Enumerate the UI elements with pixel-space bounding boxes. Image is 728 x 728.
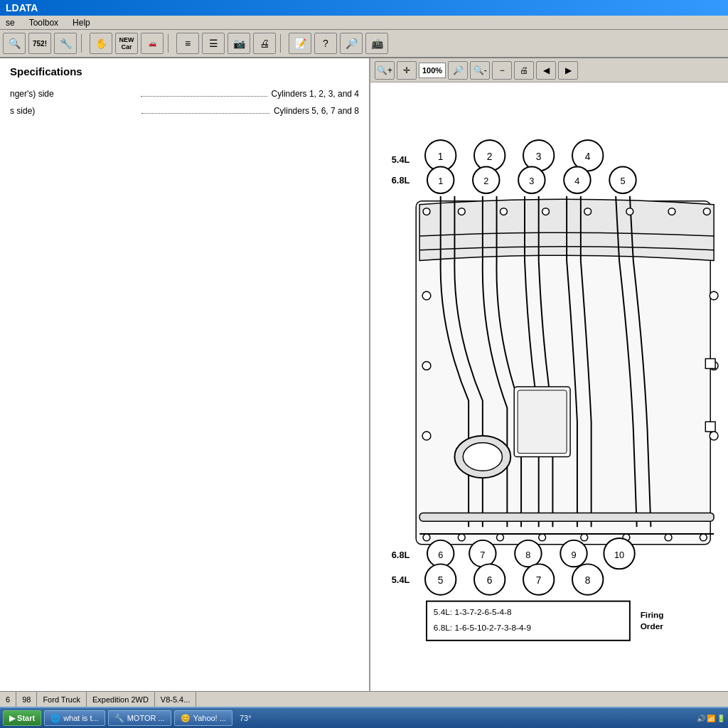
svg-point-39 (700, 534, 707, 541)
svg-text:3: 3 (536, 151, 542, 162)
temperature: 73° (235, 714, 256, 722)
fit-btn[interactable]: 🔎 (448, 61, 468, 80)
taskbar-btn-1[interactable]: 🌐what is t... (44, 710, 105, 726)
svg-point-35 (539, 534, 546, 541)
newcar-btn[interactable]: NEWCar (115, 33, 138, 54)
svg-point-33 (458, 534, 465, 541)
spec-value-1: Cylinders 1, 2, 3, and 4 (272, 89, 359, 99)
note-btn[interactable]: 📝 (289, 33, 311, 54)
svg-text:5.4L: 1-3-7-2-6-5-4-8: 5.4L: 1-3-7-2-6-5-4-8 (434, 607, 512, 617)
right-panel: 🔍+ ✛ 100% 🔎 🔍- − 🖨 ◀ ▶ 5.4L 6.8L 1 2 (370, 58, 728, 691)
svg-text:5: 5 (438, 575, 444, 586)
svg-point-43 (710, 291, 718, 300)
next-diag-btn[interactable]: ▶ (558, 61, 578, 80)
spec-label-1: nger's) side (10, 89, 136, 99)
svg-text:8: 8 (585, 575, 591, 586)
menu-bar: se Toolbox Help (0, 16, 728, 30)
svg-point-28 (584, 208, 592, 215)
status-bar: 6 98 Ford Truck Expedition 2WD V8-5.4... (0, 691, 728, 707)
pan-btn[interactable]: ✛ (397, 61, 417, 80)
separator-1 (81, 34, 85, 53)
separator-3 (280, 34, 284, 53)
zoom-out-wide[interactable]: 🔍- (470, 61, 490, 80)
status-seg-3: Ford Truck (37, 692, 87, 707)
status-seg-5: V8-5.4... (155, 692, 197, 707)
svg-text:8: 8 (525, 550, 530, 560)
svg-text:2: 2 (487, 151, 493, 162)
svg-text:4: 4 (574, 176, 579, 186)
svg-rect-46 (705, 359, 715, 369)
svg-text:1: 1 (438, 176, 443, 186)
menu-se[interactable]: se (3, 17, 18, 28)
svg-point-40 (422, 291, 431, 300)
page-title: Specifications (10, 65, 359, 77)
fax-btn[interactable]: 📠 (365, 33, 388, 54)
carinfo-btn[interactable]: 🔧 (54, 33, 77, 54)
svg-point-25 (458, 208, 465, 215)
svg-text:6: 6 (438, 550, 443, 560)
spec-dots-1 (141, 96, 267, 97)
help-btn[interactable]: ? (314, 33, 337, 54)
zoom-in-btn[interactable]: 🔍+ (375, 61, 395, 80)
svg-point-24 (423, 208, 430, 215)
hand-btn[interactable]: ✋ (90, 33, 112, 54)
diagram-toolbar: 🔍+ ✛ 100% 🔎 🔍- − 🖨 ◀ ▶ (370, 58, 728, 82)
svg-text:5.4L: 5.4L (392, 154, 410, 165)
svg-point-31 (703, 208, 710, 215)
spec-dots-2 (141, 113, 269, 114)
svg-text:6: 6 (487, 575, 493, 586)
svg-text:6.8L: 6.8L (392, 175, 410, 186)
svg-point-34 (497, 534, 504, 541)
svg-rect-49 (518, 390, 567, 454)
svg-text:7: 7 (480, 550, 485, 560)
svg-text:7: 7 (536, 575, 542, 586)
spec-value-2: Cylinders 5, 6, 7 and 8 (274, 106, 359, 116)
svg-text:6.8L: 1-6-5-10-2-7-3-8-4-9: 6.8L: 1-6-5-10-2-7-3-8-4-9 (434, 623, 532, 633)
title-bar: LDATA (0, 0, 728, 16)
search2-btn[interactable]: 🔎 (340, 33, 363, 54)
print-btn[interactable]: 🖨 (253, 33, 276, 54)
left-panel: Specifications nger's) side Cylinders 1,… (0, 58, 370, 691)
menu-help[interactable]: Help (70, 17, 93, 28)
start-button[interactable]: ▶ Start (3, 710, 41, 726)
main-content: Specifications nger's) side Cylinders 1,… (0, 58, 728, 691)
number-btn[interactable]: 752! (28, 33, 51, 54)
svg-point-32 (423, 534, 430, 541)
svg-point-42 (422, 432, 431, 440)
zoom-reduce-btn[interactable]: − (492, 61, 512, 80)
svg-point-29 (626, 208, 633, 215)
svg-text:2: 2 (483, 176, 488, 186)
menu-toolbox[interactable]: Toolbox (26, 17, 61, 28)
svg-text:5.4L: 5.4L (392, 574, 410, 585)
diagram-area[interactable]: 5.4L 6.8L 1 2 3 4 1 2 3 4 (370, 82, 728, 691)
status-seg-4: Expedition 2WD (87, 692, 155, 707)
svg-text:5: 5 (620, 176, 625, 186)
usedcar-btn[interactable]: 🚗 (141, 33, 164, 54)
taskbar: ▶ Start 🌐what is t... 🔧MOTOR ... 😊Yahoo!… (0, 707, 728, 728)
camera-btn[interactable]: 📷 (228, 33, 250, 54)
taskbar-btn-3[interactable]: 😊Yahoo! ... (174, 710, 232, 726)
search-btn[interactable]: 🔍 (3, 33, 26, 54)
svg-text:10: 10 (614, 550, 624, 560)
svg-text:1: 1 (438, 151, 444, 162)
status-seg-2: 98 (16, 692, 37, 707)
svg-text:Firing: Firing (641, 610, 664, 620)
prev-diag-btn[interactable]: ◀ (536, 61, 556, 80)
print-diag-btn[interactable]: 🖨 (514, 61, 534, 80)
svg-point-27 (542, 208, 550, 215)
separator-2 (168, 34, 172, 53)
list2-btn[interactable]: ☰ (202, 33, 225, 54)
status-seg-1: 6 (0, 692, 16, 707)
svg-point-38 (665, 534, 672, 541)
engine-diagram: 5.4L 6.8L 1 2 3 4 1 2 3 4 (378, 90, 721, 684)
taskbar-btn-2[interactable]: 🔧MOTOR ... (108, 710, 171, 726)
svg-text:9: 9 (571, 550, 576, 560)
svg-point-26 (500, 208, 508, 215)
svg-point-23 (463, 443, 502, 471)
svg-text:4: 4 (585, 151, 591, 162)
svg-text:3: 3 (529, 176, 534, 186)
spec-row-2: s side) Cylinders 5, 6, 7 and 8 (10, 106, 359, 116)
svg-rect-47 (705, 422, 715, 432)
list1-btn[interactable]: ≡ (176, 33, 199, 54)
svg-point-30 (668, 208, 675, 215)
